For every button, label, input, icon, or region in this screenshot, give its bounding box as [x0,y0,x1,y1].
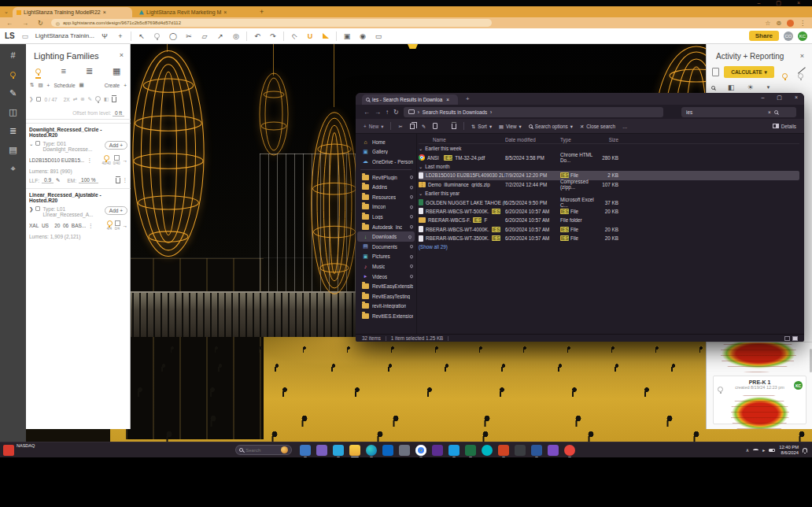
expand-icon[interactable]: ❯ [29,206,33,213]
volume-icon[interactable]: ▸ [762,447,765,453]
grid-tool-icon[interactable]: # [10,50,15,61]
sidebar-item-folder[interactable]: RevitIES.ExtensionTest [356,311,416,321]
bulb-toggle-icon[interactable] [95,96,101,102]
close-panel-icon[interactable]: × [120,51,124,59]
fixture-menu-icon[interactable]: ⋮ [123,177,128,183]
search-options-button[interactable]: Search options▾ [529,124,573,129]
redo-icon[interactable]: ↷ [268,32,279,40]
project-name[interactable]: LightStanza Trainin... [35,32,94,39]
battery-icon[interactable] [769,449,775,452]
app-icon-widgets[interactable] [300,445,311,456]
group-header[interactable]: ⌄Earlier this year [419,189,799,198]
photometric-web-small[interactable] [258,71,290,157]
app-icon-linkedin[interactable] [382,445,393,456]
tab-list2-icon[interactable]: ≣ [86,66,93,79]
avatar-kc[interactable]: KC [798,31,807,41]
materials-tool-icon[interactable]: ◫ [9,107,17,117]
sidebar-item-folder[interactable]: RevitEasyTesting [356,291,416,302]
create-button[interactable]: Create [105,83,120,88]
section-box-icon[interactable]: ▣ [341,32,352,40]
shade-toggle-icon[interactable]: ◧ [104,96,109,102]
edit-llf-icon[interactable]: ✎ [56,177,60,183]
tray-chevron-icon[interactable]: ∧ [746,447,749,453]
avatar-co[interactable]: CO [784,31,793,41]
view-button[interactable]: ▤View▾ [499,124,522,129]
app-icon-excel[interactable] [465,445,476,456]
cut-tool-icon[interactable]: ✂ [183,32,194,40]
location-pin-icon[interactable]: ⌖ [10,164,15,174]
attach-icon[interactable]: ⊂ [287,29,301,43]
schedule-button[interactable]: Schedule [54,83,75,88]
calculate-button[interactable]: CALCULATE▾ [724,66,774,78]
layers-tool-icon[interactable]: ≣ [9,126,17,136]
daylight-tool-icon[interactable]: U [304,32,316,40]
goto-icon[interactable]: → [123,223,128,228]
sidebar-item-onedrive[interactable]: ☁OneDrive - Personal [356,157,416,167]
site-info-icon[interactable]: ◎ [56,20,60,26]
sidebar-item-pictures[interactable]: ▣Pictures [356,252,416,262]
app-icon-powerpoint[interactable] [498,445,509,456]
file-row[interactable]: GOLDEN NUGGET LAKE TAHOE (REVIT) - ... 6… [419,198,799,206]
tab-close-icon[interactable]: × [103,9,106,15]
details-view-icon[interactable] [784,336,790,341]
tab-search-icon[interactable]: ⌄ [4,9,9,15]
file-row[interactable]: RBERAR-WBCS-WT-3500K.IES 6/20/2024 10:57… [419,234,799,242]
app-icon-terminal[interactable] [515,445,526,456]
tab-list-icon[interactable]: ≡ [61,66,65,79]
maximize-icon[interactable]: ▢ [777,94,782,101]
delete-icon[interactable] [452,124,456,129]
add-fixture-button[interactable]: Add + [105,141,127,150]
file-row[interactable]: Demo_illuminance_grids.zip 7/2/2024 12:4… [419,180,799,189]
breadcrumb-location[interactable]: Search Results in Downloads [423,109,487,115]
extensions-icon[interactable]: ⊚ [776,20,781,27]
offset-value[interactable]: 0 ft [113,110,124,117]
result-card[interactable]: PRE-K 1 created 8/19/24 12:23 pm KC [713,376,806,424]
edit-icon[interactable]: ✎ [88,96,92,102]
sidebar-item-folder[interactable]: RevitEasyExtensibleSto [356,281,416,291]
tab-close-icon[interactable]: × [446,97,449,102]
sort-button[interactable]: ⇅Sort▾ [471,124,492,129]
sun-angle-icon[interactable] [320,32,331,40]
fixture-checkbox[interactable] [35,206,40,211]
copy-icon[interactable] [410,124,415,129]
tab-close-icon[interactable]: × [223,9,227,15]
group-header[interactable]: ⌄Last month [419,162,799,171]
light-off-icon[interactable] [798,68,803,81]
file-menu-icon[interactable]: ⋮ [87,157,92,164]
lights-on-indicator[interactable]: 4/4 [107,220,113,231]
browser-menu-icon[interactable]: ⋮ [799,20,806,27]
file-row-selected[interactable]: LD2B15D010 EU2B15FL409030 2LBD MW.IES 7/… [419,171,799,179]
search-input[interactable] [686,109,765,115]
column-headers[interactable]: Name Date modified Type Size [419,135,799,144]
tab-fixtures-icon[interactable] [35,66,41,79]
ies-file-name[interactable]: LD2B15D010 EU2B15... [29,157,84,163]
crop-tool-icon[interactable]: ▱ [199,32,210,40]
report-doc-icon[interactable] [712,68,719,76]
sidebar-item-folder[interactable]: Addins [356,182,416,192]
lights-off-indicator[interactable]: 0/40 [113,155,120,165]
browser-profile-avatar[interactable] [787,20,794,27]
file-row[interactable]: RBERAR-WBCS-WT-4000K.IES 6/20/2024 10:57… [419,225,799,234]
em-value[interactable]: 100 % [79,177,98,183]
duplicate-2x-icon[interactable]: 2X [64,97,70,102]
add-fixture-button[interactable]: Add + [105,206,127,215]
file-row[interactable]: ANSI_IESTM-32-24.pdf 8/5/2024 3:58 PM Ch… [419,153,799,161]
forward-icon[interactable]: → [375,109,381,116]
sidebar-item-documents[interactable]: ▤Documents [356,242,416,252]
project-folder-icon[interactable]: ▭ [20,32,31,40]
tab-grid-icon[interactable]: ▦ [113,66,120,79]
create-plus-icon[interactable]: + [124,83,127,88]
app-icon-chrome[interactable] [415,445,426,456]
app-icon-word[interactable] [531,445,542,456]
sidebar-item-folder[interactable]: revit-integration [356,302,416,312]
visibility-icon[interactable]: ◉ [357,32,368,40]
pen-tool-icon[interactable]: ✎ [9,88,17,98]
paste-icon[interactable] [433,123,437,129]
delete-icon[interactable] [112,97,116,102]
goto-icon[interactable]: → [123,157,128,163]
up-icon[interactable]: ↑ [386,109,389,116]
explorer-tab[interactable]: ies - Search Results in Downloa × [362,94,458,105]
file-explorer-window[interactable]: ies - Search Results in Downloa × + – ▢ … [356,93,804,342]
render-thumb-icon[interactable]: ▨ [38,82,42,88]
sidebar-item-videos[interactable]: ▸Videos [356,272,416,282]
